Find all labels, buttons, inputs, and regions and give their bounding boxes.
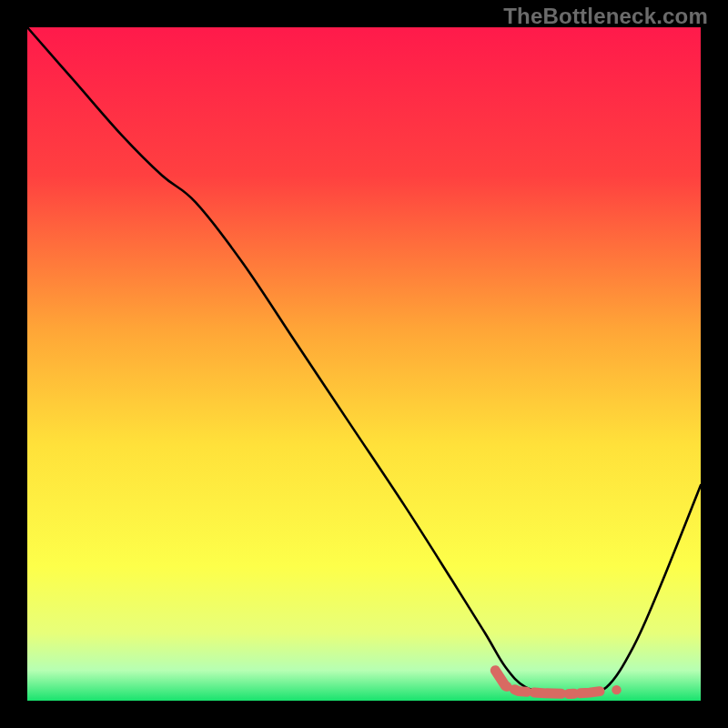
optimum-dot [612,685,621,694]
chart-frame: TheBottleneck.com [0,0,728,728]
watermark-label: TheBottleneck.com [503,4,708,29]
bottleneck-chart [0,0,728,728]
plot-background [27,27,701,701]
